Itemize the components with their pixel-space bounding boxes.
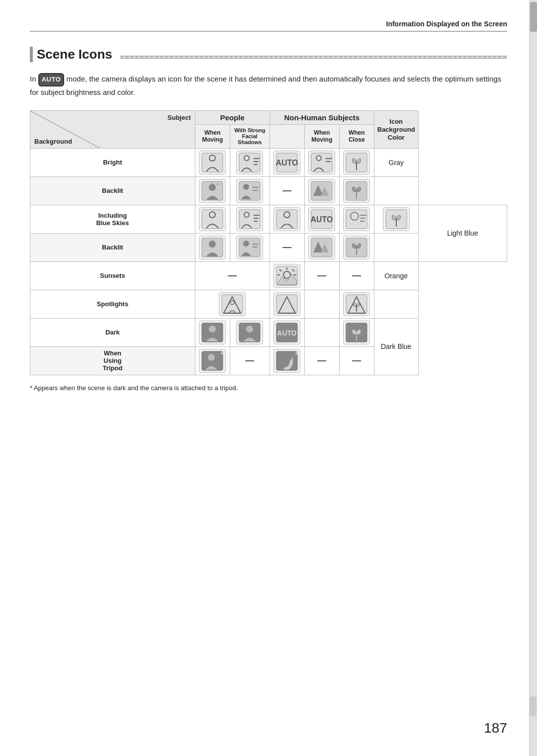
bright-label: Bright <box>30 148 195 176</box>
table-row: IncludingBlue Skies <box>30 205 507 233</box>
table-row: Bright <box>30 148 507 176</box>
icon-cell <box>230 233 269 261</box>
scene-table: Subject Background People Non-Human Subj… <box>30 110 507 375</box>
svg-point-65 <box>246 326 253 333</box>
icon-cell <box>230 148 269 176</box>
icon-cell-dash: — <box>304 346 339 375</box>
svg-text:AUTO: AUTO <box>277 329 297 337</box>
svg-point-45 <box>243 241 249 247</box>
icon-cell <box>339 205 374 233</box>
page-number: 187 <box>484 720 507 736</box>
orange-color-label: Orange <box>374 261 418 290</box>
icon-cell <box>230 176 269 205</box>
header-text: Information Displayed on the Screen <box>386 20 508 28</box>
title-decoration <box>120 56 507 59</box>
svg-point-43 <box>209 241 216 248</box>
section-title: Scene Icons <box>30 47 112 62</box>
icon-cell <box>195 205 230 233</box>
icon-cell-dash: — <box>195 261 269 290</box>
svg-point-16 <box>209 184 216 191</box>
nonhuman-when-moving-header: When Moving <box>304 124 339 148</box>
icon-cell <box>195 148 230 176</box>
gray-color-label: Gray <box>374 148 418 176</box>
icon-cell-dash: — <box>304 261 339 290</box>
icon-cell-dash: — <box>269 233 304 261</box>
icon-cell <box>269 261 304 290</box>
empty-color-cell <box>374 290 418 318</box>
spotlights-label: Spotlights <box>30 290 195 318</box>
dark-label: Dark <box>30 318 195 346</box>
icon-cell <box>195 318 230 346</box>
table-row: Dark <box>30 318 507 346</box>
icon-cell <box>269 205 304 233</box>
svg-point-63 <box>209 326 216 333</box>
blue-skies-backlit-label: Backlit <box>30 233 195 261</box>
svg-point-20 <box>243 184 249 190</box>
nonhuman-blank-header <box>269 124 304 148</box>
icon-cell <box>304 176 339 205</box>
section-title-wrapper: Scene Icons <box>30 47 507 67</box>
icon-cell <box>304 233 339 261</box>
table-row: Sunsets — <box>30 261 507 290</box>
page-header: Information Displayed on the Screen <box>30 20 507 32</box>
svg-text:AUTO: AUTO <box>311 215 333 224</box>
svg-rect-48 <box>311 238 332 257</box>
table-row: WhenUsingTripod * — <box>30 346 507 375</box>
icon-cell <box>374 205 418 233</box>
icon-cell-dash: — <box>230 346 269 375</box>
table-row: Backlit <box>30 176 507 205</box>
icon-cell <box>230 205 269 233</box>
empty-color-cell <box>374 176 418 205</box>
table-row: Spotlights <box>30 290 507 318</box>
icon-cell-dash: — <box>269 176 304 205</box>
icon-cell <box>195 176 230 205</box>
svg-point-70 <box>208 354 215 361</box>
light-blue-color-label: Light Blue <box>418 205 507 261</box>
people-header: People <box>195 110 269 124</box>
icon-cell <box>195 233 230 261</box>
scrollbar-thumb-bottom[interactable] <box>530 696 537 716</box>
icon-cell-dash: — <box>339 346 374 375</box>
svg-text:AUTO: AUTO <box>276 159 298 167</box>
scrollbar[interactable] <box>529 0 537 756</box>
people-strong-shadows-header: With Strong Facial Shadows <box>230 124 269 148</box>
tripod-label: WhenUsingTripod <box>30 346 195 375</box>
icon-cell: * <box>195 346 230 375</box>
svg-rect-32 <box>276 210 297 229</box>
icon-cell: * <box>269 346 304 375</box>
svg-rect-1 <box>202 153 223 172</box>
icon-cell <box>195 290 269 318</box>
background-label: Background <box>34 138 72 145</box>
icon-cell: AUTO <box>269 318 304 346</box>
icon-cell <box>339 148 374 176</box>
svg-rect-23 <box>311 181 332 200</box>
scrollbar-thumb[interactable] <box>530 2 537 32</box>
icon-cell <box>339 318 374 346</box>
icon-cell <box>269 290 304 318</box>
icon-cell <box>339 290 374 318</box>
dark-blue-color-label: Dark Blue <box>374 318 418 375</box>
icon-bg-color-header: Icon Background Color <box>374 110 418 148</box>
people-when-moving-header: When Moving <box>195 124 230 148</box>
intro-text: In AUTO mode, the camera displays an ico… <box>30 73 507 98</box>
nonhuman-header: Non-Human Subjects <box>269 110 374 124</box>
icon-cell <box>339 233 374 261</box>
icon-cell: AUTO <box>269 148 304 176</box>
subject-label: Subject <box>168 114 191 121</box>
icon-cell: AUTO <box>304 205 339 233</box>
blue-skies-label: IncludingBlue Skies <box>30 205 195 233</box>
icon-cell-dash <box>304 318 339 346</box>
icon-cell <box>304 148 339 176</box>
nonhuman-when-close-header: When Close <box>339 124 374 148</box>
bright-backlit-label: Backlit <box>30 176 195 205</box>
icon-cell <box>230 318 269 346</box>
footnote: * Appears when the scene is dark and the… <box>30 384 507 392</box>
icon-cell-dash: — <box>339 261 374 290</box>
sunsets-label: Sunsets <box>30 261 195 290</box>
svg-rect-25 <box>202 210 223 229</box>
icon-cell-dash <box>304 290 339 318</box>
auto-badge: AUTO <box>38 73 65 86</box>
icon-cell <box>339 176 374 205</box>
